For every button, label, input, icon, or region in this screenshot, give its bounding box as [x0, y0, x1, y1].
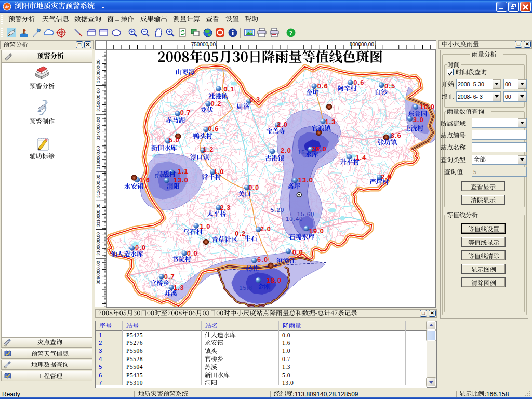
svg-text:?: ?	[289, 29, 293, 37]
svg-text:2.9: 2.9	[381, 173, 392, 181]
svg-text:5.20: 5.20	[155, 173, 168, 179]
svg-text:3.6: 3.6	[391, 131, 402, 139]
svg-text:0.1: 0.1	[223, 85, 234, 93]
svg-text:3110000.00: 3110000.00	[96, 204, 101, 227]
svg-text:3120000.00: 3120000.00	[96, 175, 101, 198]
svg-text:19.0: 19.0	[309, 227, 324, 235]
svg-text:5.20: 5.20	[271, 207, 284, 213]
svg-text:0.6: 0.6	[317, 82, 328, 90]
svg-text:3100000.00: 3100000.00	[96, 232, 101, 256]
svg-text:0.0: 0.0	[135, 244, 146, 251]
svg-text:2.0: 2.0	[260, 225, 271, 233]
svg-text:1.3: 1.3	[174, 284, 184, 291]
svg-text:0.2: 0.2	[235, 230, 246, 237]
svg-text:2.0: 2.0	[281, 147, 291, 154]
svg-text:2.3: 2.3	[220, 204, 231, 211]
svg-text:2.0: 2.0	[277, 121, 288, 128]
svg-text:0.7: 0.7	[180, 109, 191, 116]
svg-text:3090000.00: 3090000.00	[96, 261, 101, 284]
svg-text:800000.00: 800000.00	[350, 42, 375, 47]
svg-text:18.0: 18.0	[267, 276, 282, 284]
svg-text:1.0: 1.0	[200, 222, 211, 230]
svg-text:dz: dz	[5, 5, 9, 9]
svg-text:3130000.00: 3130000.00	[96, 145, 101, 169]
svg-text:3140000.00: 3140000.00	[96, 117, 101, 140]
svg-text:1.4: 1.4	[355, 154, 366, 162]
svg-text:0.3: 0.3	[249, 96, 260, 103]
svg-text:3.0: 3.0	[413, 116, 424, 124]
svg-text:15.6: 15.6	[239, 285, 252, 291]
svg-text:13.0: 13.0	[298, 176, 313, 184]
svg-text:750000.00: 750000.00	[191, 42, 216, 47]
svg-text:26.0: 26.0	[312, 145, 327, 153]
svg-text:0.2: 0.2	[210, 100, 221, 108]
svg-text:15.60: 15.60	[297, 211, 315, 217]
svg-text:6.0: 6.0	[257, 256, 268, 263]
svg-text:13.0: 13.0	[174, 176, 189, 184]
svg-text:3150000.00: 3150000.00	[96, 88, 101, 112]
svg-text:5.0: 5.0	[169, 136, 180, 144]
svg-text:1.3: 1.3	[325, 118, 336, 126]
svg-text:10.0: 10.0	[420, 103, 435, 111]
svg-text:0.6: 0.6	[353, 78, 364, 86]
svg-text:0.5: 0.5	[384, 82, 395, 90]
svg-text:0.6: 0.6	[208, 125, 219, 132]
svg-text:0.7: 0.7	[164, 273, 175, 281]
svg-text:0.0: 0.0	[292, 248, 303, 256]
svg-text:3160000.00: 3160000.00	[96, 59, 101, 83]
svg-text:1.6: 1.6	[139, 176, 150, 184]
svg-text:0.0: 0.0	[187, 249, 198, 257]
svg-text:1.2: 1.2	[203, 145, 214, 153]
svg-text:0.0: 0.0	[248, 183, 259, 191]
svg-text:1.0: 1.0	[213, 168, 224, 176]
svg-text:1.1: 1.1	[178, 167, 189, 175]
svg-text:15: 15	[298, 149, 305, 155]
